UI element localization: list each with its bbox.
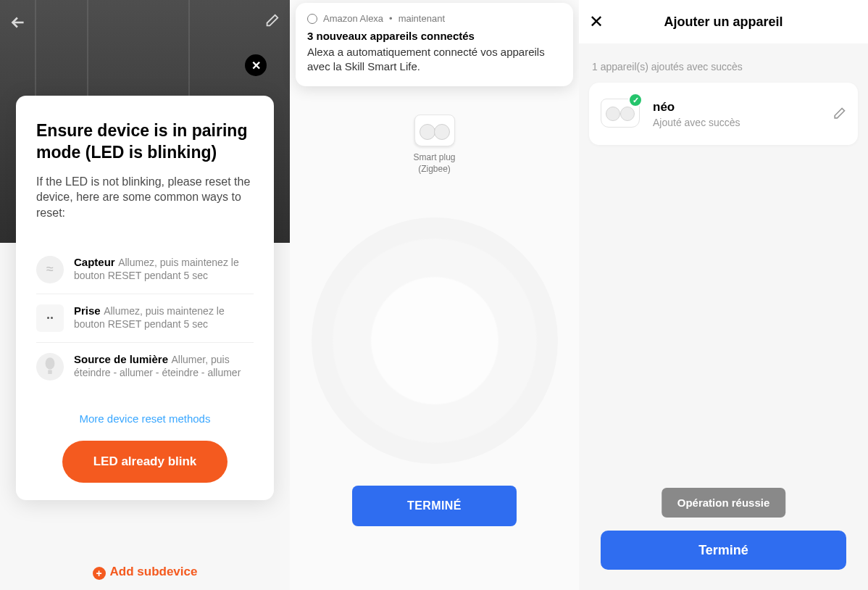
bulb-icon <box>36 353 64 381</box>
device-status: Ajouté avec succès <box>653 117 832 128</box>
plug-icon <box>36 304 64 332</box>
sheet-title: Ensure device is in pairing mode (LED is… <box>36 120 254 164</box>
edit-icon[interactable] <box>264 13 280 29</box>
notif-source: Amazon Alexa <box>323 13 383 24</box>
header: ✕ Ajouter un appareil <box>579 0 868 43</box>
reset-item-sensor: ≈ Capteur Allumez, puis maintenez le bou… <box>36 246 254 294</box>
alexa-notification[interactable]: Amazon Alexa • maintenant 3 nouveaux app… <box>296 3 573 86</box>
device-label: Smart plug(Zigbee) <box>413 152 455 175</box>
device-name: néo <box>653 100 832 115</box>
pairing-sheet: Ensure device is in pairing mode (LED is… <box>16 96 274 500</box>
device-card: ✓ néo Ajouté avec succès <box>589 83 858 145</box>
device-icon: ✓ <box>601 99 640 129</box>
sheet-subtitle: If the LED is not blinking, please reset… <box>36 174 254 221</box>
alexa-ring-icon <box>307 14 317 24</box>
svg-point-0 <box>46 357 55 370</box>
reset-list: ≈ Capteur Allumez, puis maintenez le bou… <box>36 246 254 391</box>
reset-name: Source de lumière <box>74 353 168 365</box>
found-device[interactable]: Smart plug(Zigbee) <box>413 115 455 175</box>
reset-name: Prise <box>74 304 101 317</box>
notif-time: maintenant <box>398 13 445 24</box>
add-subdevice-button[interactable]: +Add subdevice <box>0 565 290 580</box>
notif-title: 3 nouveaux appareils connectés <box>307 30 562 42</box>
back-icon[interactable] <box>9 13 28 32</box>
check-icon: ✓ <box>628 93 643 107</box>
reset-name: Capteur <box>74 256 115 268</box>
svg-rect-1 <box>48 370 52 373</box>
scanning-rings <box>312 217 558 464</box>
more-reset-link[interactable]: More device reset methods <box>36 412 254 425</box>
led-blink-button[interactable]: LED already blink <box>62 441 228 483</box>
notif-body: Alexa a automatiquement connecté vos app… <box>307 45 562 73</box>
reset-item-plug: Prise Allumez, puis maintenez le bouton … <box>36 294 254 343</box>
page-title: Ajouter un appareil <box>664 14 783 30</box>
wave-icon: ≈ <box>36 256 64 283</box>
success-toast: Opération réussie <box>662 488 786 518</box>
done-button[interactable]: Terminé <box>601 531 846 570</box>
status-text: 1 appareil(s) ajoutés avec succès <box>592 61 868 72</box>
done-button[interactable]: TERMINÉ <box>352 486 517 526</box>
close-icon[interactable]: ✕ <box>245 54 267 76</box>
reset-item-light: Source de lumière Allumer, puis éteindre… <box>36 343 254 391</box>
close-icon[interactable]: ✕ <box>589 12 604 32</box>
smart-plug-icon <box>414 115 455 146</box>
edit-icon[interactable] <box>832 107 846 121</box>
plus-icon: + <box>93 567 106 580</box>
